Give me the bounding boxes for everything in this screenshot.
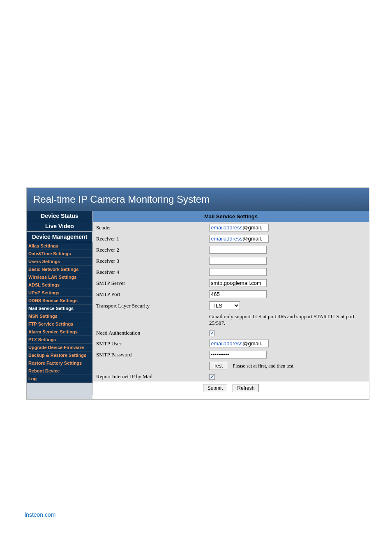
form-actions: Submit Refresh xyxy=(93,382,369,395)
sidebar-item-ddns[interactable]: DDNS Service Settings xyxy=(27,297,92,305)
refresh-button[interactable]: Refresh xyxy=(233,384,259,392)
sidebar-item-basicnet[interactable]: Basic Network Settings xyxy=(27,266,92,273)
settings-form: Sender emailaddress@gmail. Receiver 1 em… xyxy=(93,222,369,382)
label-r4: Receiver 4 xyxy=(93,266,206,278)
label-smtp-server: SMTP Server xyxy=(93,278,206,289)
test-button[interactable]: Test xyxy=(209,362,227,370)
page-rule xyxy=(25,29,367,29)
sidebar-item-log[interactable]: Log xyxy=(27,375,92,383)
sidebar-item-factory[interactable]: Restore Factory Settings xyxy=(27,359,92,367)
label-note-empty xyxy=(93,312,206,328)
nav-list: Alias Settings Date&Time Settings Users … xyxy=(27,242,92,383)
label-r1: Receiver 1 xyxy=(93,233,206,244)
sidebar: Device Status Live Video Device Manageme… xyxy=(27,211,92,399)
app-title: Real-time IP Camera Monitoring System xyxy=(27,188,369,211)
content-row: Device Status Live Video Device Manageme… xyxy=(27,211,369,399)
label-report: Report Internet IP by Mail xyxy=(93,372,206,382)
smtp-port-input[interactable] xyxy=(209,290,267,298)
panel-title: Mail Service Settings xyxy=(93,211,369,222)
footer-link[interactable]: insteon.com xyxy=(25,511,55,518)
tls-note: Gmail only support TLS at port 465 and s… xyxy=(206,312,369,328)
app-window: Real-time IP Camera Monitoring System De… xyxy=(26,187,369,400)
tls-select[interactable]: TLS xyxy=(209,301,240,310)
receiver3-input[interactable] xyxy=(209,257,267,265)
sidebar-item-mail[interactable]: Mail Service Settings xyxy=(27,305,92,312)
sender-input[interactable]: emailaddress@gmail. xyxy=(209,224,269,231)
receiver2-input[interactable] xyxy=(209,246,267,254)
main-panel: Mail Service Settings Sender emailaddres… xyxy=(92,211,369,395)
label-r3: Receiver 3 xyxy=(93,255,206,266)
smtp-pass-input[interactable] xyxy=(209,351,267,358)
nav-section-live[interactable]: Live Video xyxy=(27,221,92,231)
sidebar-item-datetime[interactable]: Date&Time Settings xyxy=(27,250,92,258)
sidebar-item-msn[interactable]: MSN Settings xyxy=(27,312,92,320)
sidebar-item-ftp[interactable]: FTP Service Settings xyxy=(27,320,92,328)
submit-button[interactable]: Submit xyxy=(203,384,227,392)
report-checkbox[interactable]: ✓ xyxy=(209,374,215,380)
label-sender: Sender xyxy=(93,222,206,233)
label-smtp-user: SMTP User xyxy=(93,338,206,349)
smtp-server-input[interactable] xyxy=(209,279,267,287)
need-auth-checkbox[interactable]: ✓ xyxy=(209,331,215,336)
test-hint: Please set at first, and then test. xyxy=(233,363,295,369)
sidebar-item-ptz[interactable]: PTZ Settings xyxy=(27,336,92,344)
sidebar-item-backup[interactable]: Backup & Restore Settings xyxy=(27,352,92,359)
sidebar-item-alias[interactable]: Alias Settings xyxy=(27,242,92,250)
sidebar-item-users[interactable]: Users Settings xyxy=(27,258,92,266)
label-smtp-pass: SMTP Password xyxy=(93,349,206,360)
receiver1-input[interactable]: emailaddress@gmail. xyxy=(209,235,269,243)
nav-section-status[interactable]: Device Status xyxy=(27,211,92,221)
label-r2: Receiver 2 xyxy=(93,244,206,255)
sidebar-fill xyxy=(27,383,92,399)
sidebar-item-upnp[interactable]: UPnP Settings xyxy=(27,289,92,297)
sidebar-item-adsl[interactable]: ADSL Settings xyxy=(27,281,92,289)
sidebar-item-upgrade[interactable]: Upgrade Device Firmware xyxy=(27,344,92,352)
label-tls: Transport Layer Security xyxy=(93,300,206,312)
receiver4-input[interactable] xyxy=(209,268,267,276)
label-smtp-port: SMTP Port xyxy=(93,289,206,300)
label-need-auth: Need Authentication xyxy=(93,328,206,338)
sidebar-item-alarm[interactable]: Alarm Service Settings xyxy=(27,328,92,336)
sidebar-item-reboot[interactable]: Reboot Device xyxy=(27,367,92,375)
sidebar-item-wlan[interactable]: Wireless LAN Settings xyxy=(27,273,92,281)
nav-section-mgmt[interactable]: Device Management xyxy=(27,231,92,242)
label-test-empty xyxy=(93,360,206,372)
smtp-user-input[interactable]: emailaddress@gmail. xyxy=(209,340,269,347)
